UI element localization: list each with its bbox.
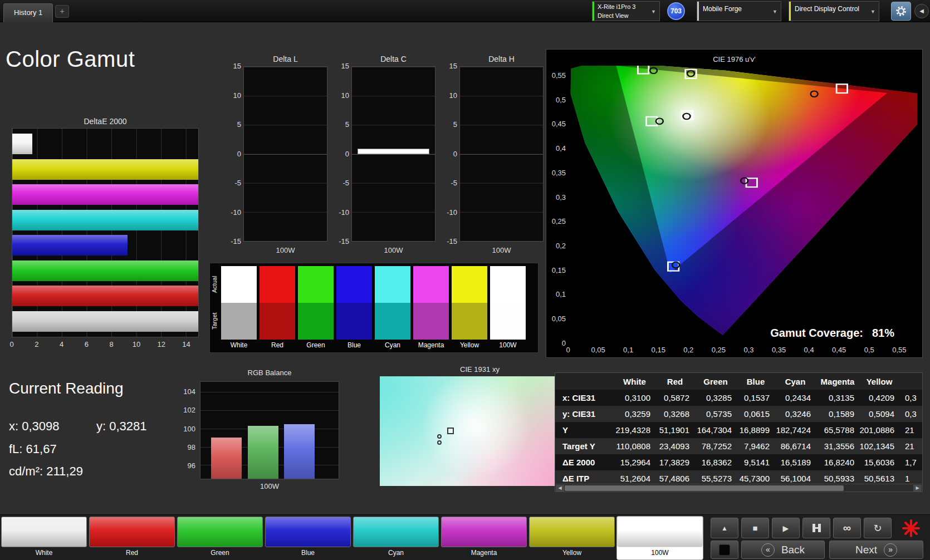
column-header	[555, 373, 614, 390]
next-button[interactable]: Next »	[829, 541, 923, 559]
y-tick-label: 0,05	[552, 315, 566, 323]
tab-history[interactable]: History 1	[3, 3, 53, 22]
swatch-target	[452, 303, 487, 340]
table-cell: 201,0886	[859, 422, 899, 438]
pause-icon	[812, 524, 821, 532]
color-button-red[interactable]: Red	[89, 517, 175, 559]
table-cell: 16,8240	[816, 454, 859, 470]
refresh-icon: ↻	[873, 522, 882, 534]
blackout-button[interactable]	[711, 541, 738, 559]
table-cell: 0,3	[899, 390, 923, 406]
cie1976-xticks: 00,050,10,150,20,250,30,350,40,450,50,55	[559, 346, 909, 355]
collapse-panel-button[interactable]: ◀	[914, 4, 929, 18]
source-accent-bar	[697, 2, 699, 21]
zero-line	[244, 154, 327, 155]
y-tick-label: 15	[341, 62, 349, 71]
autocal-button[interactable]	[898, 517, 924, 539]
column-header: Cyan	[775, 373, 816, 390]
bottom-bar: WhiteRedGreenBlueCyanMagentaYellow100W ▲…	[0, 514, 930, 560]
x-tick-label: 12	[158, 340, 165, 348]
chevron-right-icon: »	[884, 543, 897, 557]
cie1976-title: CIE 1976 u'v'	[546, 55, 922, 63]
y-tick-label: 96	[188, 461, 195, 470]
back-button[interactable]: « Back	[741, 541, 825, 559]
y-tick-label: 0,45	[552, 120, 566, 129]
table-scrollbar[interactable]: ◀ ▶	[555, 484, 922, 492]
xy-circle-marker	[437, 440, 442, 445]
scroll-left-icon[interactable]: ◀	[556, 485, 564, 492]
color-button-white[interactable]: White	[1, 517, 87, 559]
swatch-label: Green	[298, 341, 334, 349]
rgb-bar-green	[248, 426, 278, 479]
color-button-label: Cyan	[353, 547, 439, 559]
swatch-actual	[260, 266, 295, 303]
color-swatch	[177, 517, 263, 547]
x-tick-label: 0,2	[679, 346, 698, 355]
table-cell: 9,5141	[737, 454, 775, 470]
reading-fl: fL: 61,67	[9, 442, 57, 456]
table-cell: 78,7252	[694, 438, 737, 454]
swatch-actual	[452, 266, 487, 303]
y-tick-label: 0	[345, 150, 349, 159]
refresh-button[interactable]: ↻	[864, 518, 892, 538]
rgb-balance-title: RGB Balance	[200, 369, 339, 377]
table-cell: 0,3135	[816, 390, 859, 406]
delta-c-title: Delta C	[351, 55, 435, 63]
meter-dropdown[interactable]: X-Rite i1Pro 3 Direct View ▼	[592, 1, 660, 21]
up-arrow-button[interactable]: ▲	[711, 518, 738, 538]
y-tick-label: 0,3	[556, 193, 566, 202]
color-swatch	[265, 517, 351, 547]
color-button-yellow[interactable]: Yellow	[529, 517, 615, 559]
deltae-xaxis: 02468101214	[12, 340, 199, 349]
column-header: Magenta	[816, 373, 859, 390]
x-tick-label: 4	[60, 340, 63, 348]
meter-count-badge[interactable]: 703	[667, 2, 685, 20]
stop-button[interactable]: ■	[741, 518, 769, 538]
scrollbar-thumb[interactable]	[565, 485, 844, 491]
swatch-actual	[336, 266, 372, 303]
meter-accent-bar	[593, 2, 594, 21]
delta-c-xlabel: 100W	[351, 246, 435, 254]
settings-button[interactable]	[891, 2, 911, 21]
deltae-bar-row	[12, 235, 198, 256]
table-cell: 23,4093	[655, 438, 694, 454]
table-cell: 86,6714	[775, 438, 816, 454]
cie1931-plot	[380, 376, 580, 486]
swatch-column-magenta: Magenta	[413, 266, 449, 349]
y-tick-label: 0,35	[552, 169, 566, 178]
y-tick-label: 0,1	[556, 290, 566, 299]
meter-mode: Direct View	[598, 12, 628, 19]
table-cell: 182,7424	[775, 422, 816, 438]
source-dropdown[interactable]: Mobile Forge ▼	[697, 1, 781, 21]
color-swatch	[441, 517, 527, 547]
continuous-measure-button[interactable]: ∞	[833, 518, 861, 538]
add-tab-button[interactable]: +	[55, 5, 69, 18]
swatch-strip: Actual Target WhiteRedGreenBlueCyanMagen…	[209, 263, 539, 353]
color-button-100w[interactable]: 100W	[617, 517, 703, 559]
table-cell: 15,2964	[614, 454, 655, 470]
table-cell: 102,1345	[859, 438, 899, 454]
scroll-right-icon[interactable]: ▶	[913, 485, 922, 492]
y-tick-label: 5	[453, 120, 457, 129]
table-cell: 219,4328	[614, 422, 655, 438]
stop-icon: ■	[752, 523, 757, 533]
y-tick-label: 98	[188, 443, 195, 451]
color-button-green[interactable]: Green	[177, 517, 263, 559]
color-button-label: 100W	[617, 547, 703, 559]
delta-chart-1-plot	[351, 66, 435, 242]
black-square-icon	[719, 544, 730, 556]
rgb-xlabel: 100W	[200, 482, 339, 490]
color-button-blue[interactable]: Blue	[265, 517, 351, 559]
pause-button[interactable]	[802, 518, 830, 538]
display-control-dropdown[interactable]: Direct Display Control ▼	[789, 1, 879, 21]
play-button[interactable]: ▶	[772, 518, 800, 538]
color-button-magenta[interactable]: Magenta	[441, 517, 527, 559]
delta-l-xlabel: 100W	[243, 246, 327, 254]
reading-x: x: 0,3098	[9, 419, 60, 434]
table-cell: 21	[899, 438, 923, 454]
deltae-bar-magenta	[12, 184, 198, 205]
delta-chart-0-yticks: 151050-5-10-15	[221, 62, 241, 246]
row-label: ΔE 2000	[555, 454, 614, 470]
page-title: Color Gamut	[6, 47, 135, 72]
color-button-cyan[interactable]: Cyan	[353, 517, 439, 559]
